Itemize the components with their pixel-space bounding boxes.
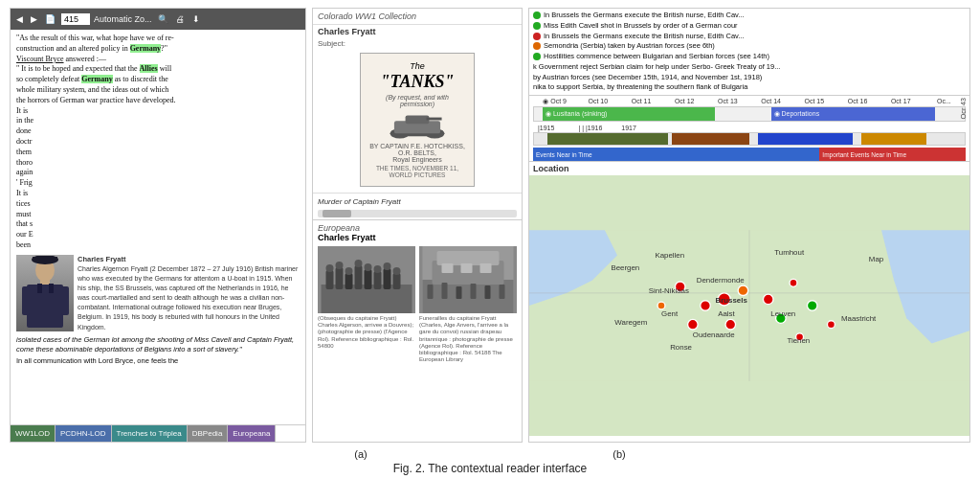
event-row-3: In Brussels the Germans execute the Brit… [533,32,966,41]
svg-point-29 [365,263,372,271]
euro-image-1 [318,246,415,313]
download-icon[interactable]: ⬇ [190,14,202,24]
euro-caption-2: Funerailles du capitaine Fryatt (Charles… [419,315,517,363]
svg-point-25 [326,264,334,272]
event-row-4: Semondria (Serbia) taken by Austrian for… [533,41,966,51]
svg-point-32 [393,267,401,275]
event-text-2: Miss Edith Cavell shot in Brussels by or… [544,21,738,31]
svg-text:Gent: Gent [661,309,679,318]
svg-point-27 [345,267,353,275]
highlight-allies: Allies [140,64,158,73]
murder-label: Murder of Captain Fryatt [313,195,522,208]
document-content: "As the result of this war, what hope ha… [11,30,305,424]
year-1917: 1917 [621,125,636,131]
book-cover: The "TANKS" (By request, and with permis… [360,53,475,187]
book-author2: Royal Engineers [392,156,441,163]
tl-oct11: Oct 11 [619,98,662,105]
location-title: Location [529,162,969,175]
timeline-section: ◉ Oct 9 Oct 10 Oct 11 Oct 12 Oct 13 Oct … [529,95,969,161]
svg-text:Aalst: Aalst [718,309,735,318]
scrollbar-thumb[interactable] [323,210,351,217]
svg-rect-24 [393,273,401,289]
svg-text:Kapellen: Kapellen [655,251,684,260]
charles-photo [16,255,74,331]
euro-image-1-container: (Obseques du capitaine Fryatt) Charles A… [318,246,415,363]
deportations-bar: ◉ Deportations [771,107,935,121]
tab-europeana[interactable]: Europeana [228,425,276,442]
svg-rect-19 [345,273,353,289]
nav-forward-icon[interactable]: ▶ [29,14,39,24]
tl-oct14: Oct 14 [749,98,792,105]
book-title-main: "TANKS" [380,72,454,92]
svg-text:Maastricht: Maastricht [841,314,877,323]
svg-rect-41 [442,283,448,299]
year-1916: | | |1916 [578,125,602,131]
caption-area: (a) (b) Fig. 2. The contextual reader in… [232,443,748,479]
svg-rect-21 [365,269,372,289]
tab-dbpedia[interactable]: DBPedia [188,425,229,442]
event-text-8: nika to support Serbia, by threatening t… [533,82,747,92]
important-events-bar: Important Events Near in Time [819,148,966,161]
print-icon[interactable]: 🖨 [174,14,187,24]
svg-point-58 [790,279,797,286]
svg-rect-2 [27,285,63,328]
zoom-icon[interactable]: 🔍 [156,14,170,24]
tl-oct13: Oct 13 [706,98,749,105]
events-near-label: Events Near in Time [536,151,592,158]
nav-back-icon[interactable]: ◀ [14,14,25,24]
charles-bio: Charles Algernon Fryatt (2 December 1872… [78,265,298,331]
svg-rect-18 [336,267,344,289]
svg-rect-5 [37,284,42,293]
viscount-bryce-link[interactable]: Viscount Bryce [16,55,64,63]
mini-bar-3 [758,133,853,145]
highlight-germany: Germany [130,44,161,53]
highlight-cavell: Miss Cavell [194,335,231,344]
document-toolbar: ◀ ▶ 📄 Automatic Zo... 🔍 🖨 ⬇ [11,9,305,30]
event-text-3: In Brussels the Germans execute the Brit… [544,32,745,41]
svg-point-52 [738,285,748,296]
label-b: (b) [612,448,625,460]
event-dot-2 [533,22,541,30]
horizontal-scrollbar[interactable] [318,210,517,217]
label-a: (a) [354,448,367,460]
page-number-input[interactable] [61,13,90,25]
event-row-8: nika to support Serbia, by threatening t… [533,82,966,92]
euro-image-2-container: Funerailles du capitaine Fryatt (Charles… [419,246,517,363]
book-author: BY CAPTAIN F.E. HOTCHKISS, O.R. BELTS, [368,143,466,156]
event-row-6: k Government reject Serbian claim for he… [533,62,966,72]
tab-pcdhn-lod[interactable]: PCDHN-LOD [56,425,112,442]
timeline-labels: ◉ Oct 9 Oct 10 Oct 11 Oct 12 Oct 13 Oct … [533,98,966,105]
svg-rect-39 [480,263,492,273]
tab-trenches[interactable]: Trenches to Triplea [112,425,188,442]
svg-rect-42 [457,286,462,299]
svg-point-31 [384,262,391,270]
svg-text:Leuven: Leuven [770,309,795,318]
ocr-label: Ocr 43 [959,98,968,120]
svg-point-51 [701,301,711,311]
event-text-5: Hostilities commence between Bulgarian a… [544,52,769,61]
map-container[interactable]: Beergen Kapellen Tumhout Map Sint-Niklaa… [529,175,969,436]
highlight-belgians: Belgians [144,345,171,354]
mini-bar-1 [547,133,668,145]
important-events-label: Important Events Near in Time [822,151,906,158]
tl-oct17: Oct 17 [880,98,923,105]
svg-text:Sint-Niklaas: Sint-Niklaas [649,286,689,295]
event-dot-3 [533,33,541,40]
funeral-image2-svg [419,246,517,313]
mini-bar-4 [861,133,926,145]
svg-text:Brussels: Brussels [716,296,748,305]
tab-ww1lod[interactable]: WW1LOD [11,425,56,442]
europeana-label: Europeana [318,223,517,233]
zoom-label: Automatic Zo... [94,14,152,24]
svg-rect-3 [22,286,30,315]
collection-header: Colorado WW1 Collection [313,9,522,25]
book-title-pre: The [410,61,425,72]
svg-text:Beergen: Beergen [611,263,639,272]
book-subtitle: (By request, and with permission) [368,94,466,107]
mini-timeline-track[interactable] [533,132,966,146]
lusitania-bar: ◉ Lusitania (sinking) [543,107,715,121]
svg-point-30 [374,265,382,273]
svg-rect-17 [326,270,334,289]
panel-b-book: Colorado WW1 Collection Charles Fryatt S… [312,8,523,443]
svg-rect-8 [33,257,57,262]
